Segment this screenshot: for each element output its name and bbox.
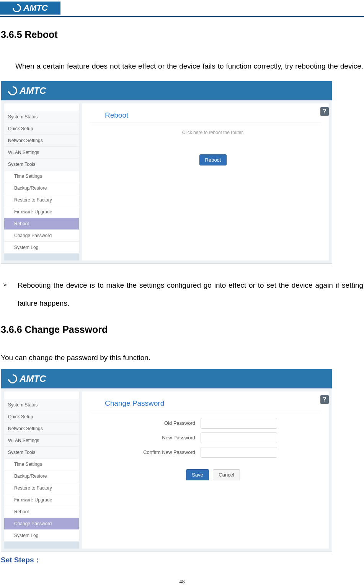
bullet-item: ➢ Rebooting the device is to make the se…: [2, 276, 363, 313]
set-steps-heading: Set Steps：: [1, 555, 363, 565]
page-number: 48: [1, 579, 363, 585]
sidebar-item-quick-setup[interactable]: Quick Setup: [4, 123, 79, 135]
logo-ring-icon: [6, 372, 19, 385]
router-logo: AMTC: [8, 85, 46, 96]
sidebar-item-time-settings[interactable]: Time Settings: [4, 170, 79, 182]
sidebar-item-network-settings[interactable]: Network Settings: [4, 135, 79, 147]
save-button[interactable]: Save: [186, 469, 209, 480]
input-old-password[interactable]: [201, 418, 277, 429]
doc-logo: AMTC: [0, 2, 60, 15]
sidebar-item-wlan-settings[interactable]: WLAN Settings: [4, 435, 79, 447]
router-main-panel: ? Reboot Click here to reboot the router…: [82, 103, 329, 260]
router-topbar: AMTC: [1, 369, 332, 388]
sidebar-item-backup-restore[interactable]: Backup/Restore: [4, 470, 79, 482]
sidebar-item-restore-to-factory[interactable]: Restore to Factory: [4, 194, 79, 206]
reboot-intro-text: When a certain feature does not take eff…: [1, 57, 363, 75]
router-sidebar: System StatusQuick SetupNetwork Settings…: [4, 103, 79, 260]
router-main-panel: ? Change Password Old Password New Passw…: [82, 391, 329, 549]
panel-title: Change Password: [90, 397, 321, 411]
sidebar-item-system-log[interactable]: System Log: [4, 530, 79, 542]
form-row-new-password: New Password: [90, 432, 321, 443]
doc-header: AMTC: [0, 2, 364, 18]
help-icon[interactable]: ?: [320, 107, 329, 116]
router-logo-text: AMTC: [20, 373, 46, 384]
input-confirm-password[interactable]: [201, 447, 277, 458]
sidebar-item-firmware-upgrade[interactable]: Firmware Upgrade: [4, 494, 79, 506]
sidebar-item-quick-setup[interactable]: Quick Setup: [4, 411, 79, 423]
sidebar-item-reboot[interactable]: Reboot: [4, 506, 79, 518]
sidebar-item-change-password[interactable]: Change Password: [4, 230, 79, 242]
label-old-password: Old Password: [105, 420, 201, 426]
cancel-button[interactable]: Cancel: [213, 469, 240, 480]
screenshot-reboot: AMTC System StatusQuick SetupNetwork Set…: [1, 81, 332, 264]
logo-ring-icon: [6, 84, 19, 97]
router-logo-text: AMTC: [20, 85, 46, 96]
sidebar-item-restore-to-factory[interactable]: Restore to Factory: [4, 482, 79, 494]
sidebar-item-wlan-settings[interactable]: WLAN Settings: [4, 147, 79, 159]
form-row-old-password: Old Password: [90, 418, 321, 429]
sidebar-item-system-status[interactable]: System Status: [4, 111, 79, 123]
sidebar-item-firmware-upgrade[interactable]: Firmware Upgrade: [4, 206, 79, 218]
form-row-confirm-password: Confirm New Password: [90, 447, 321, 458]
label-new-password: New Password: [105, 435, 201, 441]
input-new-password[interactable]: [201, 432, 277, 443]
router-sidebar: System StatusQuick SetupNetwork Settings…: [4, 391, 79, 549]
sidebar-item-system-tools[interactable]: System Tools: [4, 447, 79, 459]
sidebar-item-reboot[interactable]: Reboot: [4, 218, 79, 230]
router-topbar: AMTC: [1, 81, 332, 100]
section-title-changepw: 3.6.6 Change Password: [1, 324, 363, 335]
bullet-text: Rebooting the device is to make the sett…: [18, 276, 363, 313]
label-confirm-password: Confirm New Password: [105, 449, 201, 455]
sidebar-item-system-tools[interactable]: System Tools: [4, 159, 79, 170]
sidebar-item-system-log[interactable]: System Log: [4, 242, 79, 254]
router-logo: AMTC: [8, 373, 46, 384]
logo-text: AMTC: [23, 3, 48, 13]
bullet-marker-icon: ➢: [2, 276, 18, 313]
sidebar-item-backup-restore[interactable]: Backup/Restore: [4, 182, 79, 194]
panel-hint-text: Click here to reboot the router.: [90, 130, 321, 135]
logo-ring-icon: [11, 2, 23, 14]
sidebar-item-time-settings[interactable]: Time Settings: [4, 459, 79, 470]
help-icon[interactable]: ?: [320, 395, 329, 404]
sidebar-item-network-settings[interactable]: Network Settings: [4, 423, 79, 435]
sidebar-item-system-status[interactable]: System Status: [4, 399, 79, 411]
sidebar-item-change-password[interactable]: Change Password: [4, 518, 79, 530]
reboot-button[interactable]: Reboot: [199, 154, 227, 165]
changepw-intro-text: You can change the password by this func…: [1, 351, 363, 365]
panel-title: Reboot: [90, 109, 321, 123]
header-divider: [0, 16, 364, 17]
section-title-reboot: 3.6.5 Reboot: [1, 29, 363, 40]
screenshot-changepw: AMTC System StatusQuick SetupNetwork Set…: [1, 369, 332, 552]
